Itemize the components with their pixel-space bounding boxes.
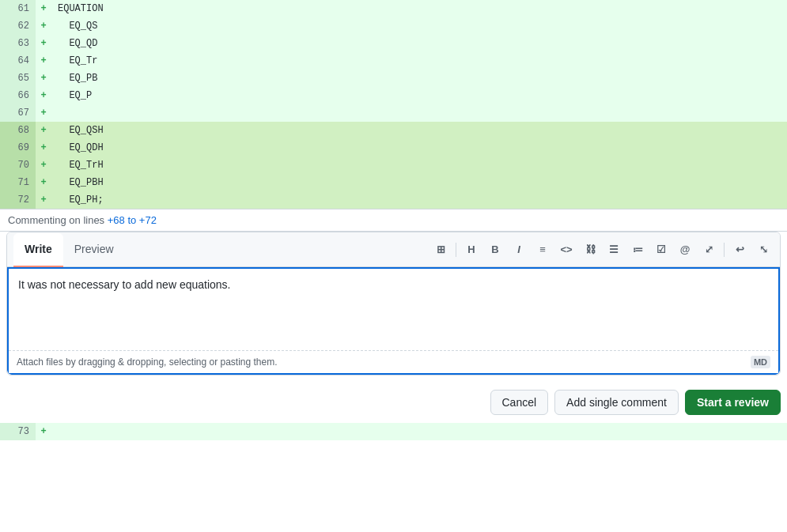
diff-sign: + bbox=[36, 157, 51, 174]
attach-text: Attach files by dragging & dropping, sel… bbox=[17, 357, 278, 368]
md-badge: MD bbox=[751, 356, 770, 368]
table-row: 72+ EQ_PH; bbox=[0, 191, 787, 209]
code-icon[interactable]: <> bbox=[556, 240, 577, 260]
tab-preview[interactable]: Preview bbox=[63, 233, 125, 267]
action-buttons-row: Cancel Add single comment Start a review bbox=[0, 382, 787, 423]
tab-write[interactable]: Write bbox=[13, 233, 63, 267]
line-num: 62 bbox=[0, 17, 36, 35]
table-row: 67+ bbox=[0, 104, 787, 122]
commenting-prefix: Commenting on lines bbox=[8, 214, 108, 226]
table-row: 64+ EQ_Tr bbox=[0, 52, 787, 70]
mention-icon[interactable]: @ bbox=[675, 240, 695, 260]
textarea-wrapper: Attach files by dragging & dropping, sel… bbox=[7, 267, 780, 375]
ul-icon[interactable]: ☰ bbox=[603, 240, 624, 260]
cancel-button[interactable]: Cancel bbox=[490, 390, 549, 415]
quote-icon[interactable]: ≡ bbox=[532, 240, 553, 260]
tabs-toolbar-row: Write Preview ⊞HBI≡<>⛓☰≔☑@⤢↩⤡ bbox=[7, 232, 780, 267]
diff-code: EQ_QSH bbox=[51, 122, 787, 139]
bold-icon[interactable]: B bbox=[485, 240, 505, 260]
line-num: 65 bbox=[0, 70, 36, 87]
table-row: 68+ EQ_QSH bbox=[0, 122, 787, 139]
diff-sign: + bbox=[36, 122, 51, 139]
diff-code: EQ_PBH bbox=[51, 174, 787, 191]
ol-icon[interactable]: ≔ bbox=[627, 240, 648, 260]
diff-code: EQ_QS bbox=[51, 17, 787, 35]
tasklist-icon[interactable]: ☑ bbox=[651, 240, 672, 260]
undo-icon[interactable]: ↩ bbox=[729, 240, 750, 260]
diff-sign: + bbox=[36, 52, 51, 70]
comment-textarea[interactable] bbox=[9, 269, 778, 348]
bottom-diff-row: 73 + bbox=[0, 423, 787, 440]
diff-sign: + bbox=[36, 70, 51, 87]
diff-code: EQ_QDH bbox=[51, 139, 787, 157]
ref-icon[interactable]: ⤢ bbox=[698, 240, 719, 260]
diff-sign-bottom: + bbox=[36, 423, 51, 440]
line-num: 66 bbox=[0, 87, 36, 104]
comment-box: Write Preview ⊞HBI≡<>⛓☰≔☑@⤢↩⤡ Attach fil… bbox=[6, 232, 781, 375]
commenting-lines-bar: Commenting on lines +68 to +72 bbox=[0, 209, 787, 232]
diff-table: 61+EQUATION62+ EQ_QS63+ EQ_QD64+ EQ_Tr65… bbox=[0, 0, 787, 209]
table-row: 61+EQUATION bbox=[0, 0, 787, 17]
diff-sign: + bbox=[36, 35, 51, 52]
table-row: 65+ EQ_PB bbox=[0, 70, 787, 87]
diff-sign: + bbox=[36, 104, 51, 122]
line-num: 72 bbox=[0, 191, 36, 209]
start-review-button[interactable]: Start a review bbox=[685, 390, 781, 415]
line-num: 71 bbox=[0, 174, 36, 191]
diff-sign: + bbox=[36, 191, 51, 209]
diff-code: EQ_Tr bbox=[51, 52, 787, 70]
diff-sign: + bbox=[36, 174, 51, 191]
line-num: 64 bbox=[0, 52, 36, 70]
link-icon[interactable]: ⛓ bbox=[580, 240, 600, 260]
table-row: 66+ EQ_P bbox=[0, 87, 787, 104]
table-row: 62+ EQ_QS bbox=[0, 17, 787, 35]
italic-icon[interactable]: I bbox=[509, 240, 529, 260]
table-row: 63+ EQ_QD bbox=[0, 35, 787, 52]
file-icon[interactable]: ⊞ bbox=[430, 240, 451, 260]
heading-icon[interactable]: H bbox=[461, 240, 482, 260]
toolbar-separator bbox=[456, 243, 456, 257]
diff-view: 61+EQUATION62+ EQ_QS63+ EQ_QD64+ EQ_Tr65… bbox=[0, 0, 787, 209]
diff-sign: + bbox=[36, 0, 51, 17]
table-row: 69+ EQ_QDH bbox=[0, 139, 787, 157]
diff-code: EQ_P bbox=[51, 87, 787, 104]
tabs-left: Write Preview bbox=[13, 232, 125, 266]
diff-code: EQ_PH; bbox=[51, 191, 787, 209]
diff-sign: + bbox=[36, 17, 51, 35]
diff-code bbox=[51, 104, 787, 122]
diff-code-bottom bbox=[51, 423, 787, 440]
comment-box-outer: Write Preview ⊞HBI≡<>⛓☰≔☑@⤢↩⤡ Attach fil… bbox=[0, 232, 787, 375]
attach-bar: Attach files by dragging & dropping, sel… bbox=[9, 350, 778, 373]
diff-code: EQ_TrH bbox=[51, 157, 787, 174]
diff-code: EQUATION bbox=[51, 0, 787, 17]
line-num: 68 bbox=[0, 122, 36, 139]
table-row: 71+ EQ_PBH bbox=[0, 174, 787, 191]
toolbar-separator bbox=[724, 243, 725, 257]
commenting-range: +68 to +72 bbox=[108, 214, 157, 226]
diff-code: EQ_PB bbox=[51, 70, 787, 87]
diff-code: EQ_QD bbox=[51, 35, 787, 52]
line-num: 63 bbox=[0, 35, 36, 52]
diff-sign: + bbox=[36, 139, 51, 157]
table-row: 73 + bbox=[0, 423, 787, 440]
line-num: 61 bbox=[0, 0, 36, 17]
redo-icon[interactable]: ⤡ bbox=[753, 240, 774, 260]
diff-sign: + bbox=[36, 87, 51, 104]
table-row: 70+ EQ_TrH bbox=[0, 157, 787, 174]
line-num: 70 bbox=[0, 157, 36, 174]
line-num-bottom: 73 bbox=[0, 423, 36, 440]
line-num: 67 bbox=[0, 104, 36, 122]
toolbar-icons: ⊞HBI≡<>⛓☰≔☑@⤢↩⤡ bbox=[430, 240, 774, 260]
line-num: 69 bbox=[0, 139, 36, 157]
add-single-comment-button[interactable]: Add single comment bbox=[554, 390, 679, 415]
bottom-diff-table: 73 + bbox=[0, 423, 787, 440]
